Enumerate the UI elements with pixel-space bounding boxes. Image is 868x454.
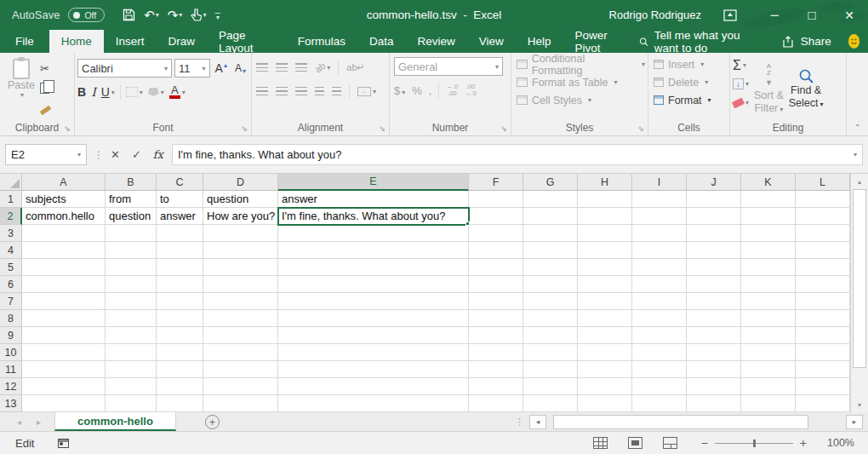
conditional-formatting-button[interactable]: Conditional Formatting ▾ <box>517 55 645 73</box>
comma-style-button[interactable]: , <box>429 84 432 97</box>
percent-style-button[interactable]: % <box>412 84 422 97</box>
row-header-9[interactable]: 9 <box>0 327 22 344</box>
column-header-l[interactable]: L <box>796 174 850 191</box>
orientation-button[interactable]: ab ▾ <box>315 62 330 72</box>
column-header-g[interactable]: G <box>523 174 578 191</box>
font-size-combobox[interactable]: 11 ▾ <box>174 59 210 78</box>
account-name[interactable]: Rodrigo Rodriguez <box>609 9 701 21</box>
zoom-slider[interactable] <box>715 443 793 444</box>
scroll-right-button[interactable]: ▸ <box>846 415 863 429</box>
cut-button[interactable]: ✂ <box>40 60 54 76</box>
tab-power-pivot[interactable]: Power Pivot <box>563 30 639 53</box>
tab-insert[interactable]: Insert <box>104 30 157 53</box>
align-right-icon[interactable] <box>295 87 307 95</box>
autosum-button[interactable]: Σ ▾ <box>733 57 749 73</box>
vertical-scrollbar[interactable]: ▴ ▾ <box>850 174 868 412</box>
find-select-button[interactable]: Find & Select▾ <box>789 55 824 122</box>
cell-d1[interactable]: question <box>203 191 278 208</box>
touch-mode-button[interactable]: ▾ <box>188 9 208 21</box>
horizontal-scrollbar-thumb[interactable] <box>553 415 808 429</box>
column-header-a[interactable]: A <box>22 174 106 191</box>
maximize-button[interactable]: □ <box>793 0 831 30</box>
new-sheet-button[interactable]: + <box>205 415 220 429</box>
cell-e2-active-editing[interactable]: I'm fine, thanks. What about you? <box>277 207 470 226</box>
column-header-k[interactable]: K <box>741 174 796 191</box>
borders-button[interactable]: ▾ <box>126 87 143 97</box>
formula-input[interactable]: I'm fine, thanks. What about you? ▾ <box>172 144 863 165</box>
zoom-level[interactable]: 100% <box>824 437 854 449</box>
row-header-5[interactable]: 5 <box>0 259 22 276</box>
column-header-i[interactable]: I <box>632 174 687 191</box>
tab-home[interactable]: Home <box>49 30 104 53</box>
delete-cells-button[interactable]: Delete ▾ <box>654 73 727 91</box>
save-button[interactable] <box>120 9 138 21</box>
redo-button[interactable]: ↷ ▾ <box>165 8 186 23</box>
scroll-left-button[interactable]: ◂ <box>529 415 546 429</box>
horizontal-scrollbar-track[interactable] <box>815 415 839 429</box>
column-header-c[interactable]: C <box>157 174 203 191</box>
cell-b1[interactable]: from <box>106 191 157 208</box>
row-header-2-selected[interactable]: 2 <box>0 208 22 225</box>
bold-button[interactable]: B <box>77 85 86 99</box>
collapse-ribbon-button[interactable]: ⌃ <box>854 123 861 132</box>
row-header-10[interactable]: 10 <box>0 344 22 361</box>
wrap-text-button[interactable]: ab↵ <box>346 62 364 73</box>
page-break-preview-button[interactable] <box>663 437 677 449</box>
align-left-icon[interactable] <box>256 87 268 95</box>
align-bottom-icon[interactable] <box>295 63 307 72</box>
tab-data[interactable]: Data <box>357 30 406 53</box>
column-header-e-selected[interactable]: E <box>278 174 469 191</box>
decrease-indent-icon[interactable] <box>315 87 324 95</box>
name-box[interactable]: E2 ▾ <box>5 144 87 165</box>
align-top-icon[interactable] <box>256 63 268 72</box>
enter-entry-button[interactable]: ✓ <box>132 148 141 161</box>
paste-button[interactable]: Paste ▾ <box>3 55 40 122</box>
scroll-up-button[interactable]: ▴ <box>851 174 868 189</box>
macro-record-icon[interactable] <box>58 439 69 448</box>
cell-e1[interactable]: answer <box>278 191 469 208</box>
tab-split-handle[interactable]: ⋮ <box>515 417 523 428</box>
tab-help[interactable]: Help <box>516 30 563 53</box>
page-layout-view-button[interactable] <box>628 437 642 449</box>
ribbon-display-options-button[interactable] <box>723 9 737 21</box>
row-header-4[interactable]: 4 <box>0 242 22 259</box>
increase-indent-icon[interactable] <box>332 87 341 95</box>
font-color-button[interactable]: A ▾ <box>169 85 186 99</box>
italic-button[interactable]: I <box>91 85 96 99</box>
cell-d2[interactable]: How are you? <box>203 208 278 225</box>
close-button[interactable]: ✕ <box>831 0 868 30</box>
column-header-j[interactable]: J <box>687 174 741 191</box>
expand-formula-bar-icon[interactable]: ▾ <box>854 151 857 158</box>
autosave-toggle[interactable]: Off <box>68 8 105 22</box>
cell-styles-button[interactable]: Cell Styles ▾ <box>517 91 645 109</box>
column-header-h[interactable]: H <box>578 174 632 191</box>
dialog-launcher-icon[interactable]: ⇘ <box>241 124 248 133</box>
normal-view-button[interactable] <box>593 437 608 449</box>
tab-page-layout[interactable]: Page Layout <box>207 30 286 53</box>
row-header-1[interactable]: 1 <box>0 191 22 208</box>
select-all-corner[interactable] <box>0 174 22 191</box>
zoom-slider-thumb[interactable] <box>753 440 756 447</box>
row-header-3[interactable]: 3 <box>0 225 22 242</box>
format-cells-button[interactable]: Format ▾ <box>654 91 727 109</box>
fill-handle[interactable] <box>465 221 470 226</box>
row-header-7[interactable]: 7 <box>0 293 22 310</box>
minimize-button[interactable]: ─ <box>756 0 793 30</box>
sheet-tab-common-hello[interactable]: common-hello <box>54 412 176 431</box>
align-middle-icon[interactable] <box>276 63 288 72</box>
increase-decimal-button[interactable]: ←.0 .00 <box>446 83 458 97</box>
clear-button[interactable]: ▾ <box>733 95 749 111</box>
dialog-launcher-icon[interactable]: ⇘ <box>379 124 385 133</box>
next-sheet-button[interactable]: ▸ <box>37 417 41 427</box>
row-header-6[interactable]: 6 <box>0 276 22 293</box>
sort-filter-button[interactable]: A Z ▼ Sort & Filter▾ <box>754 55 784 122</box>
cell-b2[interactable]: question <box>106 208 157 225</box>
tab-view[interactable]: View <box>467 30 516 53</box>
fill-color-button[interactable]: ▾ <box>148 88 164 96</box>
cell-c2[interactable]: answer <box>157 208 203 225</box>
zoom-in-button[interactable]: + <box>800 436 807 450</box>
row-header-8[interactable]: 8 <box>0 310 22 327</box>
feedback-smiley-button[interactable] <box>848 34 859 49</box>
increase-font-size-button[interactable]: A ▴ <box>213 60 230 76</box>
row-header-11[interactable]: 11 <box>0 361 22 378</box>
